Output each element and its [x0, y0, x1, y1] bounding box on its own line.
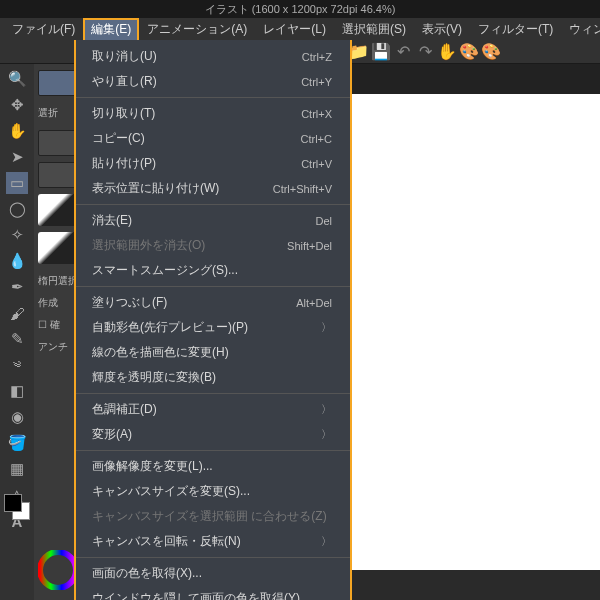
menu-smart-smoothing[interactable]: スマートスムージング(S)...	[76, 258, 350, 283]
separator	[76, 557, 350, 558]
menu-window[interactable]: ウィンドウ(W)	[561, 18, 600, 41]
window-title: イラスト (1600 x 1200px 72dpi 46.4%)	[0, 0, 600, 18]
chevron-right-icon: 〉	[321, 534, 332, 549]
menu-animation[interactable]: アニメーション(A)	[139, 18, 255, 41]
menu-view[interactable]: 表示(V)	[414, 18, 470, 41]
subtool-rect-select[interactable]	[38, 70, 78, 96]
brush-tool-icon[interactable]: 🖌	[6, 302, 28, 324]
menu-file[interactable]: ファイル(F)	[4, 18, 83, 41]
menu-paste[interactable]: 貼り付け(P)Ctrl+V	[76, 151, 350, 176]
chevron-right-icon: 〉	[321, 402, 332, 417]
brush-preview-2[interactable]	[38, 232, 78, 264]
menu-select[interactable]: 選択範囲(S)	[334, 18, 414, 41]
undo-icon[interactable]: ↶	[394, 43, 412, 61]
eraser-tool-icon[interactable]: ◧	[6, 380, 28, 402]
tool-palette: 🔍 ✥ ✋ ➤ ▭ ◯ ✧ 💧 ✒ 🖌 ✎ ༄ ◧ ◉ 🪣 ▦ △ A	[0, 64, 34, 600]
separator	[76, 286, 350, 287]
redo-icon[interactable]: ↷	[416, 43, 434, 61]
save-icon[interactable]: 💾	[372, 43, 390, 61]
svg-point-0	[40, 552, 76, 588]
menu-copy[interactable]: コピー(C)Ctrl+C	[76, 126, 350, 151]
subtool-ellipse[interactable]	[38, 130, 78, 156]
chevron-right-icon: 〉	[321, 427, 332, 442]
marquee-tool-icon[interactable]: ▭	[6, 172, 28, 194]
menu-redo[interactable]: やり直し(R)Ctrl+Y	[76, 69, 350, 94]
menu-hide-screen-color[interactable]: ウインドウを隠して画面の色を取得(Y)...	[76, 586, 350, 600]
menu-resolution[interactable]: 画像解像度を変更(L)...	[76, 454, 350, 479]
menu-fill[interactable]: 塗りつぶし(F)Alt+Del	[76, 290, 350, 315]
pen-tool-icon[interactable]: ✒	[6, 276, 28, 298]
folder-icon[interactable]: 📁	[350, 43, 368, 61]
hand-icon[interactable]: ✋	[438, 43, 456, 61]
chevron-right-icon: 〉	[321, 320, 332, 335]
menu-rotate-canvas[interactable]: キャンバスを回転・反転(N)〉	[76, 529, 350, 554]
menu-erase[interactable]: 消去(E)Del	[76, 208, 350, 233]
palette2-icon[interactable]: 🎨	[482, 43, 500, 61]
menu-tonal[interactable]: 色調補正(D)〉	[76, 397, 350, 422]
lasso-tool-icon[interactable]: ◯	[6, 198, 28, 220]
menu-transform[interactable]: 変形(A)〉	[76, 422, 350, 447]
gradient-tool-icon[interactable]: ▦	[6, 458, 28, 480]
separator	[76, 450, 350, 451]
wand-tool-icon[interactable]: ✧	[6, 224, 28, 246]
menu-auto-colorize[interactable]: 自動彩色(先行プレビュー)(P)〉	[76, 315, 350, 340]
menu-erase-outside: 選択範囲外を消去(O)Shift+Del	[76, 233, 350, 258]
separator	[76, 393, 350, 394]
move-tool-icon[interactable]: ✥	[6, 94, 28, 116]
subtool-ellipse2[interactable]	[38, 162, 78, 188]
menu-cut[interactable]: 切り取り(T)Ctrl+X	[76, 101, 350, 126]
menu-filter[interactable]: フィルター(T)	[470, 18, 561, 41]
blend-tool-icon[interactable]: ◉	[6, 406, 28, 428]
menu-bar: ファイル(F) 編集(E) アニメーション(A) レイヤー(L) 選択範囲(S)…	[0, 18, 600, 40]
fill-tool-icon[interactable]: 🪣	[6, 432, 28, 454]
hand-tool-icon[interactable]: ✋	[6, 120, 28, 142]
separator	[76, 204, 350, 205]
pencil-tool-icon[interactable]: ✎	[6, 328, 28, 350]
menu-edit[interactable]: 編集(E)	[83, 18, 139, 41]
menu-luminance[interactable]: 輝度を透明度に変換(B)	[76, 365, 350, 390]
pointer-tool-icon[interactable]: ➤	[6, 146, 28, 168]
palette-icon[interactable]: 🎨	[460, 43, 478, 61]
brush-preview-1[interactable]	[38, 194, 78, 226]
menu-layer[interactable]: レイヤー(L)	[255, 18, 334, 41]
fg-color-swatch[interactable]	[4, 494, 22, 512]
separator	[76, 97, 350, 98]
edit-menu-dropdown: 取り消し(U)Ctrl+Z やり直し(R)Ctrl+Y 切り取り(T)Ctrl+…	[74, 40, 352, 600]
menu-paste-in-place[interactable]: 表示位置に貼り付け(W)Ctrl+Shift+V	[76, 176, 350, 201]
airbrush-tool-icon[interactable]: ༄	[6, 354, 28, 376]
eyedropper-tool-icon[interactable]: 💧	[6, 250, 28, 272]
menu-line-to-draw[interactable]: 線の色を描画色に変更(H)	[76, 340, 350, 365]
menu-canvas-size[interactable]: キャンバスサイズを変更(S)...	[76, 479, 350, 504]
menu-fit-canvas: キャンバスサイズを選択範囲 に合わせる(Z)	[76, 504, 350, 529]
menu-screen-color[interactable]: 画面の色を取得(X)...	[76, 561, 350, 586]
menu-undo[interactable]: 取り消し(U)Ctrl+Z	[76, 44, 350, 69]
color-wheel[interactable]	[38, 550, 78, 590]
zoom-tool-icon[interactable]: 🔍	[6, 68, 28, 90]
